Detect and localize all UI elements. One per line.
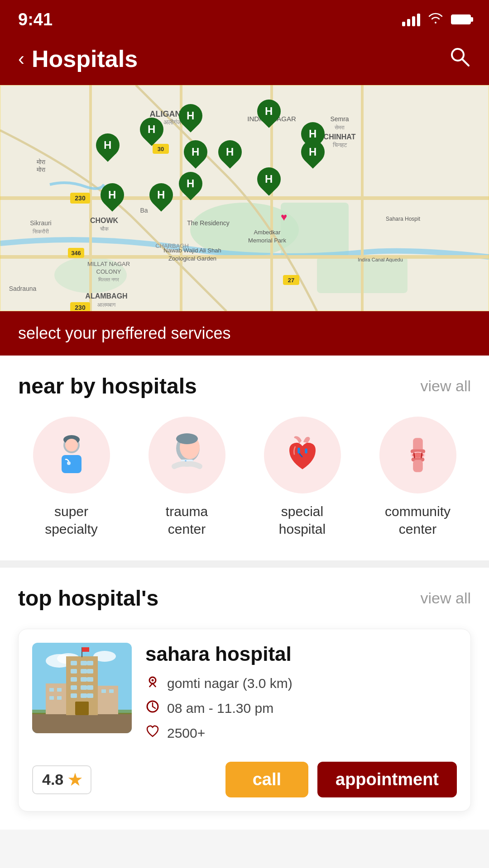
services-banner: select your preffered services xyxy=(0,311,489,356)
service-super-specialty-icon xyxy=(33,417,110,493)
svg-text:Semra: Semra xyxy=(330,115,349,123)
svg-text:मोरा: मोरा xyxy=(36,158,46,166)
svg-line-1 xyxy=(462,59,469,66)
svg-rect-99 xyxy=(98,686,118,714)
hospital-hours: 08 am - 11.30 pm xyxy=(145,699,457,717)
svg-point-57 xyxy=(67,461,71,465)
hospital-map-pin[interactable]: H xyxy=(178,172,203,203)
svg-rect-56 xyxy=(62,455,82,473)
top-hospitals-title: top hospital's xyxy=(18,586,158,611)
service-trauma-center-icon xyxy=(149,417,225,493)
svg-rect-90 xyxy=(87,677,93,682)
service-special-hospital-icon xyxy=(264,417,341,493)
svg-rect-66 xyxy=(305,449,307,454)
svg-point-109 xyxy=(152,679,154,682)
svg-rect-84 xyxy=(87,661,93,665)
rating-value: 4.8 xyxy=(42,771,63,788)
hospital-likes-text: 2500+ xyxy=(167,726,205,741)
service-trauma-center-label: traumacenter xyxy=(166,503,208,538)
hospital-map-pin[interactable]: H xyxy=(149,183,174,214)
hospital-map-pin[interactable]: H xyxy=(178,104,203,135)
nearby-view-all[interactable]: view all xyxy=(421,377,471,395)
services-banner-text: select your preffered services xyxy=(18,324,231,342)
service-community-center-label: communitycenter xyxy=(385,503,451,538)
hospital-map-pin[interactable]: H xyxy=(256,100,282,130)
svg-text:27: 27 xyxy=(288,277,294,284)
service-special-hospital[interactable]: specialhospital xyxy=(249,417,355,538)
svg-rect-79 xyxy=(32,713,132,733)
hospital-map-pin[interactable]: H xyxy=(95,133,120,164)
app-header: ‹ Hospitals xyxy=(0,36,489,85)
location-icon xyxy=(145,674,160,692)
svg-text:346: 346 xyxy=(71,250,81,256)
svg-rect-91 xyxy=(71,685,77,690)
svg-text:Nawab Wajid Ali Shah: Nawab Wajid Ali Shah xyxy=(163,247,221,254)
hospital-map-pin[interactable]: H xyxy=(256,167,282,198)
svg-rect-88 xyxy=(71,677,77,682)
rating-badge: 4.8 ★ xyxy=(32,765,91,794)
svg-rect-65 xyxy=(297,448,300,454)
svg-text:मिल्लत नगर: मिल्लत नगर xyxy=(98,277,119,282)
svg-line-112 xyxy=(153,707,155,708)
service-super-specialty[interactable]: superspecialty xyxy=(18,417,125,538)
svg-text:230: 230 xyxy=(75,194,86,202)
hospital-image xyxy=(32,643,132,733)
map-view[interactable]: 230 230 30 27 346 ALIGANJ अलीगंज INDIRA … xyxy=(0,85,489,311)
top-hospitals-section: top hospital's view all xyxy=(0,568,489,830)
svg-rect-92 xyxy=(81,685,87,690)
hospital-location-text: gomti nagar (3.0 km) xyxy=(167,676,292,691)
svg-rect-96 xyxy=(87,693,93,698)
back-button[interactable]: ‹ xyxy=(18,48,24,70)
service-community-center-icon xyxy=(379,417,456,493)
svg-text:MILLAT NAGAR: MILLAT NAGAR xyxy=(87,261,130,267)
hospital-map-pin[interactable]: H xyxy=(139,118,164,148)
svg-rect-102 xyxy=(49,696,54,700)
hospital-map-pin[interactable]: H xyxy=(100,183,125,214)
svg-rect-95 xyxy=(81,693,87,698)
svg-rect-85 xyxy=(71,669,77,674)
svg-text:आलमबाग: आलमबाग xyxy=(97,302,116,308)
svg-text:मोरा: मोरा xyxy=(36,166,46,173)
hospital-name: sahara hospital xyxy=(145,643,457,665)
hospital-map-pin[interactable]: H xyxy=(217,140,243,171)
svg-text:Ba: Ba xyxy=(140,207,148,214)
svg-rect-94 xyxy=(71,693,77,698)
svg-text:Zoological Garden: Zoological Garden xyxy=(168,255,216,262)
svg-rect-103 xyxy=(57,696,62,700)
hospital-map-pin[interactable]: H xyxy=(183,140,208,171)
page-title: Hospitals xyxy=(32,45,138,72)
appointment-button[interactable]: appointment xyxy=(317,762,457,797)
service-super-specialty-label: superspecialty xyxy=(45,503,98,538)
svg-text:Indira Canal Aquedu: Indira Canal Aquedu xyxy=(358,257,403,262)
service-special-hospital-label: specialhospital xyxy=(279,503,326,538)
svg-point-55 xyxy=(65,439,78,451)
svg-text:Memorial Park: Memorial Park xyxy=(248,237,286,244)
svg-text:चिनहट: चिनहट xyxy=(332,142,347,148)
search-button[interactable] xyxy=(448,45,471,72)
service-trauma-center[interactable]: traumacenter xyxy=(134,417,240,538)
svg-rect-98 xyxy=(46,683,66,714)
svg-rect-93 xyxy=(87,685,93,690)
service-community-center[interactable]: communitycenter xyxy=(364,417,471,538)
svg-rect-83 xyxy=(81,661,87,665)
svg-point-60 xyxy=(176,433,198,444)
top-hospitals-view-all[interactable]: view all xyxy=(421,589,471,607)
heart-icon xyxy=(145,724,160,742)
svg-text:Sikrauri: Sikrauri xyxy=(30,219,51,227)
svg-rect-104 xyxy=(101,689,106,693)
hospital-card-sahara: sahara hospital gomti nagar (3.0 km) xyxy=(18,629,471,811)
svg-text:Ambedkar: Ambedkar xyxy=(254,229,281,236)
svg-rect-97 xyxy=(75,702,89,715)
svg-rect-107 xyxy=(82,647,89,652)
nearby-section-title: near by hospitals xyxy=(18,374,197,398)
hospital-info: sahara hospital gomti nagar (3.0 km) xyxy=(145,643,457,749)
svg-text:चौक: चौक xyxy=(100,226,109,232)
svg-text:CHOWK: CHOWK xyxy=(90,217,119,224)
svg-text:COLONY: COLONY xyxy=(96,268,121,275)
call-button[interactable]: call xyxy=(225,762,308,797)
wifi-icon xyxy=(427,12,444,28)
clock-icon xyxy=(145,699,160,717)
hospital-map-pin[interactable]: H xyxy=(300,140,326,171)
status-bar: 9:41 xyxy=(0,0,489,36)
svg-rect-100 xyxy=(49,688,54,692)
